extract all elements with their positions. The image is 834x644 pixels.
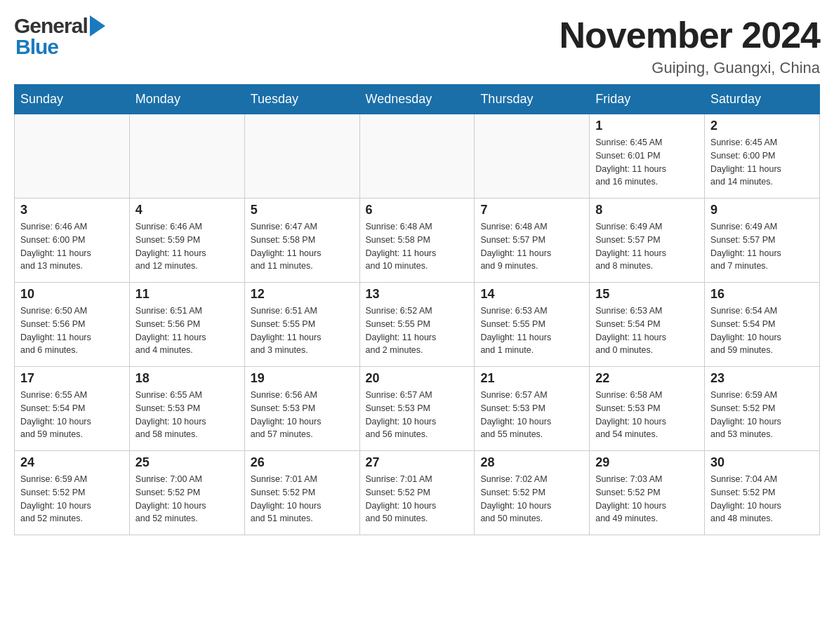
calendar-cell: 17Sunrise: 6:55 AMSunset: 5:54 PMDayligh…: [15, 367, 130, 451]
calendar-cell: 30Sunrise: 7:04 AMSunset: 5:52 PMDayligh…: [705, 451, 820, 535]
day-info: Sunrise: 6:46 AMSunset: 6:00 PMDaylight:…: [20, 220, 124, 273]
day-info: Sunrise: 6:59 AMSunset: 5:52 PMDaylight:…: [710, 389, 814, 441]
day-info: Sunrise: 6:46 AMSunset: 5:59 PMDaylight:…: [135, 220, 239, 273]
day-info: Sunrise: 7:01 AMSunset: 5:52 PMDaylight:…: [251, 473, 354, 525]
calendar-cell: 4Sunrise: 6:46 AMSunset: 5:59 PMDaylight…: [129, 199, 244, 283]
day-number: 9: [710, 203, 814, 217]
day-number: 15: [595, 287, 699, 302]
day-number: 7: [480, 203, 583, 217]
svg-marker-0: [90, 15, 105, 36]
calendar-week-row: 24Sunrise: 6:59 AMSunset: 5:52 PMDayligh…: [15, 451, 820, 535]
day-number: 12: [251, 287, 354, 302]
day-info: Sunrise: 7:04 AMSunset: 5:52 PMDaylight:…: [710, 473, 814, 525]
calendar-cell: 9Sunrise: 6:49 AMSunset: 5:57 PMDaylight…: [705, 199, 820, 283]
calendar-cell: 7Sunrise: 6:48 AMSunset: 5:57 PMDaylight…: [475, 199, 590, 283]
day-info: Sunrise: 6:47 AMSunset: 5:58 PMDaylight:…: [251, 220, 354, 273]
day-number: 5: [251, 203, 354, 217]
calendar-cell: [129, 114, 244, 199]
calendar-cell: 3Sunrise: 6:46 AMSunset: 6:00 PMDaylight…: [15, 199, 130, 283]
calendar-cell: 8Sunrise: 6:49 AMSunset: 5:57 PMDaylight…: [590, 199, 705, 283]
calendar-week-row: 1Sunrise: 6:45 AMSunset: 6:01 PMDaylight…: [15, 114, 820, 199]
day-info: Sunrise: 6:52 AMSunset: 5:55 PMDaylight:…: [366, 304, 469, 357]
day-info: Sunrise: 6:54 AMSunset: 5:54 PMDaylight:…: [710, 304, 814, 357]
day-number: 10: [20, 287, 124, 302]
day-info: Sunrise: 6:45 AMSunset: 6:01 PMDaylight:…: [595, 136, 699, 189]
day-number: 8: [595, 203, 699, 217]
day-number: 28: [480, 455, 583, 470]
calendar-cell: [475, 114, 590, 199]
day-info: Sunrise: 6:49 AMSunset: 5:57 PMDaylight:…: [595, 220, 699, 273]
calendar-cell: 28Sunrise: 7:02 AMSunset: 5:52 PMDayligh…: [475, 451, 590, 535]
day-number: 27: [366, 455, 469, 470]
calendar-cell: 12Sunrise: 6:51 AMSunset: 5:55 PMDayligh…: [244, 283, 359, 367]
logo-arrow-icon: [90, 15, 105, 39]
calendar-cell: 10Sunrise: 6:50 AMSunset: 5:56 PMDayligh…: [15, 283, 130, 367]
day-info: Sunrise: 6:58 AMSunset: 5:53 PMDaylight:…: [595, 389, 699, 441]
day-number: 21: [480, 371, 583, 386]
calendar-cell: 27Sunrise: 7:01 AMSunset: 5:52 PMDayligh…: [359, 451, 475, 535]
day-info: Sunrise: 6:50 AMSunset: 5:56 PMDaylight:…: [20, 304, 124, 357]
weekday-header-row: SundayMondayTuesdayWednesdayThursdayFrid…: [15, 85, 820, 114]
day-number: 24: [20, 455, 124, 470]
day-info: Sunrise: 6:56 AMSunset: 5:53 PMDaylight:…: [251, 389, 354, 441]
calendar-title-area: November 2024 Guiping, Guangxi, China: [560, 14, 820, 77]
calendar-cell: [359, 114, 475, 199]
day-number: 25: [135, 455, 239, 470]
day-info: Sunrise: 6:51 AMSunset: 5:56 PMDaylight:…: [135, 304, 239, 357]
day-number: 17: [20, 371, 124, 386]
calendar-cell: 29Sunrise: 7:03 AMSunset: 5:52 PMDayligh…: [590, 451, 705, 535]
calendar-week-row: 3Sunrise: 6:46 AMSunset: 6:00 PMDaylight…: [15, 199, 820, 283]
calendar-cell: 24Sunrise: 6:59 AMSunset: 5:52 PMDayligh…: [15, 451, 130, 535]
calendar-title: November 2024: [560, 14, 820, 56]
calendar-cell: 14Sunrise: 6:53 AMSunset: 5:55 PMDayligh…: [475, 283, 590, 367]
day-info: Sunrise: 7:02 AMSunset: 5:52 PMDaylight:…: [480, 473, 583, 525]
calendar-cell: 20Sunrise: 6:57 AMSunset: 5:53 PMDayligh…: [359, 367, 475, 451]
day-info: Sunrise: 6:55 AMSunset: 5:54 PMDaylight:…: [20, 389, 124, 441]
day-number: 23: [710, 371, 814, 386]
calendar-cell: 21Sunrise: 6:57 AMSunset: 5:53 PMDayligh…: [475, 367, 590, 451]
day-number: 26: [251, 455, 354, 470]
day-number: 2: [710, 119, 814, 133]
calendar-cell: 26Sunrise: 7:01 AMSunset: 5:52 PMDayligh…: [244, 451, 359, 535]
logo-blue-text: Blue: [15, 35, 58, 59]
calendar-cell: 11Sunrise: 6:51 AMSunset: 5:56 PMDayligh…: [129, 283, 244, 367]
calendar-cell: 5Sunrise: 6:47 AMSunset: 5:58 PMDaylight…: [244, 199, 359, 283]
day-info: Sunrise: 7:01 AMSunset: 5:52 PMDaylight:…: [366, 473, 469, 525]
day-number: 30: [710, 455, 814, 470]
calendar-cell: [15, 114, 130, 199]
day-number: 22: [595, 371, 699, 386]
day-info: Sunrise: 6:49 AMSunset: 5:57 PMDaylight:…: [710, 220, 814, 273]
calendar-cell: 22Sunrise: 6:58 AMSunset: 5:53 PMDayligh…: [590, 367, 705, 451]
calendar-cell: 23Sunrise: 6:59 AMSunset: 5:52 PMDayligh…: [705, 367, 820, 451]
calendar-table: SundayMondayTuesdayWednesdayThursdayFrid…: [14, 84, 820, 535]
calendar-cell: 2Sunrise: 6:45 AMSunset: 6:00 PMDaylight…: [705, 114, 820, 199]
weekday-header-monday: Monday: [129, 85, 244, 114]
day-info: Sunrise: 7:03 AMSunset: 5:52 PMDaylight:…: [595, 473, 699, 525]
day-number: 18: [135, 371, 239, 386]
logo: General Blue: [14, 14, 105, 59]
day-info: Sunrise: 6:59 AMSunset: 5:52 PMDaylight:…: [20, 473, 124, 525]
day-number: 6: [366, 203, 469, 217]
day-number: 29: [595, 455, 699, 470]
weekday-header-tuesday: Tuesday: [244, 85, 359, 114]
calendar-cell: 25Sunrise: 7:00 AMSunset: 5:52 PMDayligh…: [129, 451, 244, 535]
weekday-header-friday: Friday: [590, 85, 705, 114]
calendar-week-row: 10Sunrise: 6:50 AMSunset: 5:56 PMDayligh…: [15, 283, 820, 367]
calendar-cell: 16Sunrise: 6:54 AMSunset: 5:54 PMDayligh…: [705, 283, 820, 367]
calendar-cell: 13Sunrise: 6:52 AMSunset: 5:55 PMDayligh…: [359, 283, 475, 367]
day-number: 4: [135, 203, 239, 217]
day-info: Sunrise: 6:45 AMSunset: 6:00 PMDaylight:…: [710, 136, 814, 189]
day-info: Sunrise: 7:00 AMSunset: 5:52 PMDaylight:…: [135, 473, 239, 525]
day-info: Sunrise: 6:57 AMSunset: 5:53 PMDaylight:…: [366, 389, 469, 441]
day-number: 11: [135, 287, 239, 302]
day-info: Sunrise: 6:48 AMSunset: 5:58 PMDaylight:…: [366, 220, 469, 273]
day-info: Sunrise: 6:53 AMSunset: 5:55 PMDaylight:…: [480, 304, 583, 357]
calendar-subtitle: Guiping, Guangxi, China: [560, 59, 820, 77]
weekday-header-thursday: Thursday: [475, 85, 590, 114]
day-number: 16: [710, 287, 814, 302]
calendar-cell: 19Sunrise: 6:56 AMSunset: 5:53 PMDayligh…: [244, 367, 359, 451]
day-number: 3: [20, 203, 124, 217]
calendar-cell: 1Sunrise: 6:45 AMSunset: 6:01 PMDaylight…: [590, 114, 705, 199]
calendar-cell: 18Sunrise: 6:55 AMSunset: 5:53 PMDayligh…: [129, 367, 244, 451]
page-header: General Blue November 2024 Guiping, Guan…: [14, 14, 820, 77]
